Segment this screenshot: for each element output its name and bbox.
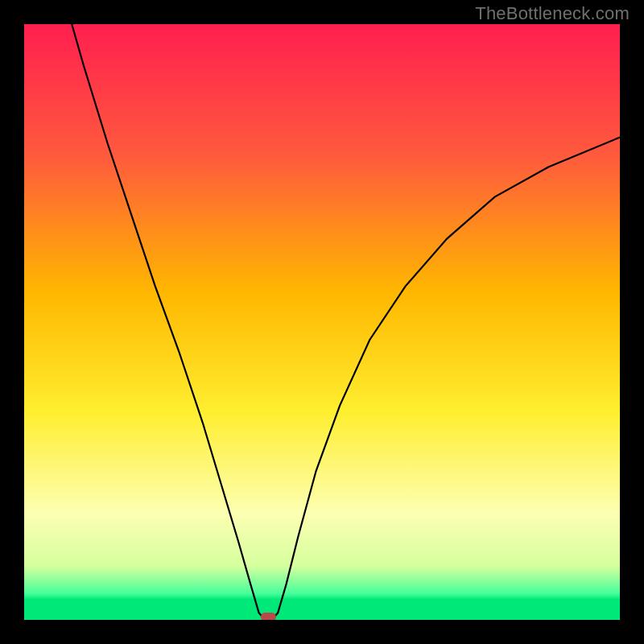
plot-svg [24,24,620,620]
plot-area [24,24,620,620]
vertex-marker [261,613,276,620]
plot-background [24,24,620,620]
watermark-text: TheBottleneck.com [475,3,630,24]
chart-frame: TheBottleneck.com [0,0,644,644]
